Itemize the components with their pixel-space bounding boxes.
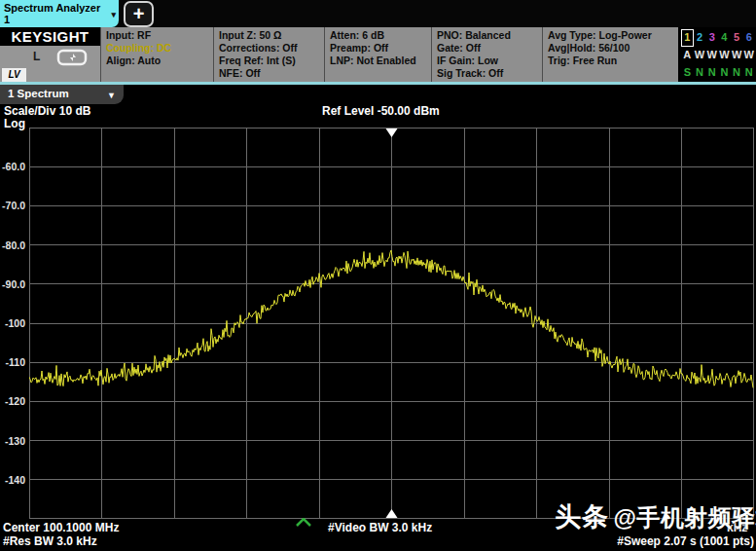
watermark-suffix: @手机射频驿站 [613, 504, 756, 531]
trace-table-row: AWWWWW [681, 47, 756, 64]
spectrum-graticule[interactable] [29, 128, 754, 519]
setting-line: Coupling: DC [106, 42, 213, 55]
tab-bar: Spectrum Analyzer 1 Swept SA ▾ + [0, 0, 756, 27]
setting-line: Input Z: 50 Ω [219, 29, 324, 42]
setting-line: Atten: 6 dB [330, 29, 431, 42]
res-bw-label[interactable]: #Res BW 3.0 kHz [3, 534, 97, 548]
scale-type-label[interactable]: Log [4, 117, 25, 130]
tab-title: Spectrum Analyzer 1 [4, 2, 105, 25]
setting-line: Corrections: Off [219, 42, 324, 55]
chevron-down-icon[interactable]: ▾ [111, 9, 116, 20]
center-freq-bottom-marker [386, 509, 398, 518]
center-freq-top-marker [386, 129, 398, 137]
trace-type-cell: W [718, 47, 731, 64]
trace-state-cell: S [681, 64, 694, 82]
scale-per-div-label[interactable]: Scale/Div 10 dB [4, 104, 90, 118]
window-title-dropdown[interactable]: 1 Spectrum ▼ [0, 85, 124, 104]
settings-panel-1[interactable]: Input Z: 50 ΩCorrections: OffFreq Ref: I… [213, 27, 324, 82]
lv-badge: LV [2, 68, 26, 82]
setting-line: NFE: Off [219, 67, 324, 80]
trace-type-cell: W [705, 47, 718, 64]
keysight-logo: KEYSIGHT [0, 27, 100, 46]
sweep-time-label[interactable]: #Sweep 2.07 s (1001 pts) [617, 534, 754, 548]
trace-state-cell: N [718, 64, 731, 82]
center-frequency-label[interactable]: Center 100.1000 MHz [3, 521, 119, 534]
tab-spectrum-analyzer[interactable]: Spectrum Analyzer 1 Swept SA ▾ [0, 0, 119, 27]
setting-line: IF Gain: Low [437, 55, 542, 67]
settings-panel-2[interactable]: Atten: 6 dBPreamp: OffLNP: Not Enabled [324, 27, 431, 82]
trace-type-cell: W [694, 47, 706, 64]
trace-state-table[interactable]: 123456AWWWWWSNNNNN [678, 27, 756, 82]
trace-state-cell: N [694, 64, 706, 82]
trace-type-cell: W [731, 47, 743, 64]
setting-line: Align: Auto [106, 55, 213, 67]
settings-header: KEYSIGHT L LV Input: RFCoupling: DCAlign… [0, 27, 756, 82]
window-title: 1 Spectrum [8, 88, 69, 99]
y-tick-label: -100 [0, 317, 25, 329]
setting-line: Freq Ref: Int (S) [219, 55, 324, 67]
dropdown-icon[interactable]: ▼ [107, 91, 116, 100]
setting-line: Avg Type: Log-Power [548, 29, 678, 42]
watermark: 头条 @手机射频驿站 [555, 499, 756, 534]
setting-line: LNP: Not Enabled [330, 55, 431, 67]
watermark-prefix: 头条 [555, 502, 609, 532]
setting-line: Preamp: Off [330, 42, 431, 55]
settings-panel-0[interactable]: Input: RFCoupling: DCAlign: Auto [100, 27, 213, 82]
ref-level-label[interactable]: Ref Level -50.00 dBm [322, 104, 440, 118]
setting-line: Input: RF [106, 29, 213, 42]
y-tick-label: -120 [0, 395, 25, 407]
y-tick-label: -60.0 [0, 161, 25, 172]
trace-number-2[interactable]: 2 [694, 29, 706, 47]
brand-block: KEYSIGHT L LV [0, 27, 100, 82]
add-tab-button[interactable]: + [124, 1, 154, 27]
trace-table-row: 123456 [681, 29, 756, 47]
remote-local-indicator: L [33, 50, 40, 63]
trace-number-5[interactable]: 5 [731, 29, 743, 47]
setting-line: Avg|Hold: 56/100 [548, 42, 678, 55]
trace-number-3[interactable]: 3 [705, 29, 718, 47]
spectrum-analyzer-screen: Spectrum Analyzer 1 Swept SA ▾ + KEYSIGH… [0, 0, 756, 551]
setting-line: Gate: Off [437, 42, 542, 55]
settings-panel-3[interactable]: PNO: BalancedGate: OffIF Gain: LowSig Tr… [431, 27, 542, 82]
trace-table-row: SNNNNN [681, 64, 756, 82]
trace-number-4[interactable]: 4 [718, 29, 731, 47]
trace-number-1[interactable]: 1 [681, 29, 694, 47]
dialog-bubble-icon [56, 49, 88, 68]
trace-type-cell: A [681, 47, 694, 64]
setting-line: Sig Track: Off [437, 67, 542, 80]
settings-panels: Input: RFCoupling: DCAlign: AutoInput Z:… [100, 27, 678, 82]
trace-type-cell: W [742, 47, 755, 64]
trace-state-cell: N [705, 64, 718, 82]
trace-number-6[interactable]: 6 [742, 29, 755, 47]
trace-state-cell: N [742, 64, 755, 82]
trace-state-cell: N [731, 64, 743, 82]
setting-line: Trig: Free Run [548, 55, 678, 67]
y-tick-label: -140 [0, 474, 25, 486]
y-tick-label: -80.0 [0, 239, 25, 251]
y-tick-label: -70.0 [0, 200, 25, 211]
setting-line: PNO: Balanced [437, 29, 542, 42]
y-tick-label: -130 [0, 435, 25, 447]
y-tick-label: -110 [0, 356, 25, 368]
y-tick-label: -90.0 [0, 278, 25, 290]
settings-panel-4[interactable]: Avg Type: Log-PowerAvg|Hold: 56/100Trig:… [542, 27, 678, 82]
green-caret-marker [296, 518, 311, 527]
video-bw-label[interactable]: #Video BW 3.0 kHz [328, 521, 432, 534]
